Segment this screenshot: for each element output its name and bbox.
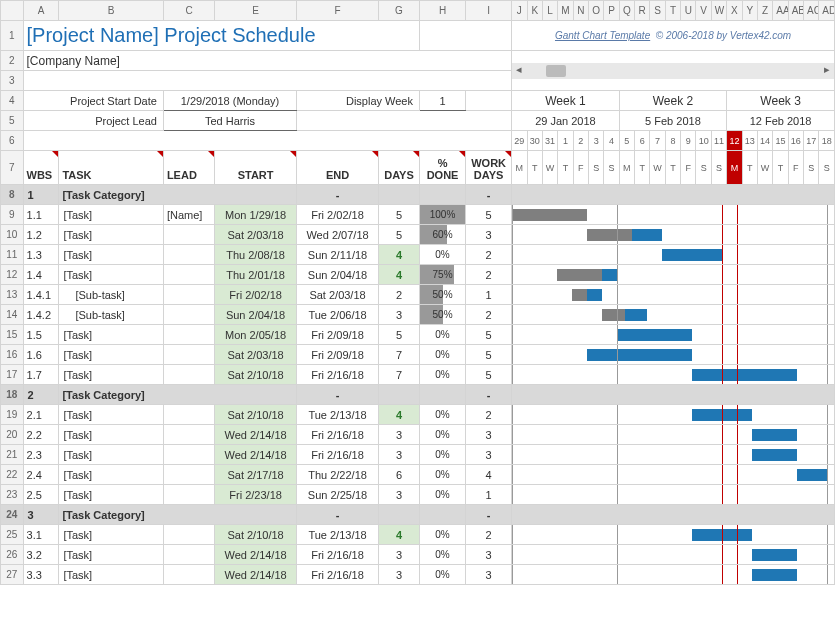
row-19[interactable]: 19 [1, 405, 24, 425]
col-G[interactable]: G [379, 1, 420, 21]
col-Z[interactable]: Z [757, 1, 772, 21]
lead-cell[interactable] [163, 485, 214, 505]
days-cell[interactable]: 4 [379, 405, 420, 425]
wbs-cell[interactable]: 1.3 [23, 245, 59, 265]
scrollbar-thumb[interactable] [546, 65, 566, 77]
wbs-cell[interactable]: 2.4 [23, 465, 59, 485]
project-lead-input[interactable]: Ted Harris [163, 111, 296, 131]
task-name[interactable]: [Task] [59, 465, 164, 485]
task-name[interactable]: [Task] [59, 365, 164, 385]
col-C[interactable]: C [163, 1, 214, 21]
lead-cell[interactable] [163, 565, 214, 585]
row-17[interactable]: 17 [1, 365, 24, 385]
task-row[interactable]: 232.5[Task]Fri 2/23/18Sun 2/25/1830%1 [1, 485, 835, 505]
end-date-cell[interactable]: Thu 2/22/18 [297, 465, 379, 485]
workdays-cell[interactable]: 1 [466, 485, 512, 505]
workdays-cell[interactable]: - [466, 385, 512, 405]
wbs-cell[interactable]: 2 [23, 385, 59, 405]
end-date-cell[interactable]: Fri 2/16/18 [297, 545, 379, 565]
workdays-cell[interactable]: 3 [466, 225, 512, 245]
display-week-input[interactable]: 1 [419, 91, 465, 111]
days-cell[interactable]: 7 [379, 365, 420, 385]
scroll-left-button[interactable]: ◂ [512, 63, 526, 79]
task-row[interactable]: 243[Task Category]-- [1, 505, 835, 525]
col-M[interactable]: M [558, 1, 573, 21]
lead-cell[interactable] [163, 545, 214, 565]
wbs-cell[interactable]: 1 [23, 185, 59, 205]
task-row[interactable]: 121.4[Task]Thu 2/01/18Sun 2/04/18475%2 [1, 265, 835, 285]
task-row[interactable]: 151.5[Task]Mon 2/05/18Fri 2/09/1850%5 [1, 325, 835, 345]
wbs-cell[interactable]: 1.4.1 [23, 285, 59, 305]
workdays-cell[interactable]: 2 [466, 405, 512, 425]
start-date-cell[interactable]: Mon 2/05/18 [215, 325, 297, 345]
wbs-cell[interactable]: 1.4 [23, 265, 59, 285]
pct-done-cell[interactable]: 0% [419, 245, 465, 265]
workdays-cell[interactable]: 5 [466, 345, 512, 365]
col-Y[interactable]: Y [742, 1, 757, 21]
lead-cell[interactable]: [Name] [163, 205, 214, 225]
row-11[interactable]: 11 [1, 245, 24, 265]
pct-done-cell[interactable]: 0% [419, 525, 465, 545]
workdays-cell[interactable]: 2 [466, 245, 512, 265]
start-date-cell[interactable]: Wed 2/14/18 [215, 445, 297, 465]
pct-done-cell[interactable]: 0% [419, 365, 465, 385]
lead-cell[interactable] [163, 225, 214, 245]
col-W[interactable]: W [711, 1, 726, 21]
pct-done-cell[interactable]: 75% [419, 265, 465, 285]
week-scrollbar[interactable] [526, 63, 820, 79]
task-name[interactable]: [Sub-task] [59, 285, 164, 305]
col-AC[interactable]: AC [804, 1, 819, 21]
lead-cell[interactable] [163, 265, 214, 285]
workdays-cell[interactable]: 3 [466, 545, 512, 565]
col-E[interactable]: E [215, 1, 297, 21]
row-7[interactable]: 7 [1, 151, 24, 185]
end-date-cell[interactable]: Fri 2/16/18 [297, 425, 379, 445]
row-26[interactable]: 26 [1, 545, 24, 565]
task-name[interactable]: [Task] [59, 265, 164, 285]
corner-cell[interactable] [1, 1, 24, 21]
days-cell[interactable]: 3 [379, 425, 420, 445]
pct-done-cell[interactable]: 0% [419, 425, 465, 445]
task-row[interactable]: 101.2[Task]Sat 2/03/18Wed 2/07/18560%3 [1, 225, 835, 245]
row-13[interactable]: 13 [1, 285, 24, 305]
row-25[interactable]: 25 [1, 525, 24, 545]
spreadsheet-grid[interactable]: A B C E F G H I J K L M N O P Q R S T U … [0, 0, 835, 585]
workdays-cell[interactable]: 5 [466, 325, 512, 345]
workdays-cell[interactable]: 3 [466, 445, 512, 465]
task-name[interactable]: [Task] [59, 205, 164, 225]
end-date-cell[interactable]: Wed 2/07/18 [297, 225, 379, 245]
workdays-cell[interactable]: 1 [466, 285, 512, 305]
start-date-cell[interactable]: Sun 2/04/18 [215, 305, 297, 325]
category-name[interactable]: [Task Category] [59, 505, 297, 525]
col-V[interactable]: V [696, 1, 711, 21]
task-row[interactable]: 91.1[Task][Name]Mon 1/29/18Fri 2/02/1851… [1, 205, 835, 225]
col-L[interactable]: L [542, 1, 557, 21]
row-21[interactable]: 21 [1, 445, 24, 465]
task-name[interactable]: [Task] [59, 245, 164, 265]
pct-done-cell[interactable]: 60% [419, 225, 465, 245]
task-row[interactable]: 263.2[Task]Wed 2/14/18Fri 2/16/1830%3 [1, 545, 835, 565]
task-name[interactable]: [Task] [59, 485, 164, 505]
task-name[interactable]: [Task] [59, 405, 164, 425]
days-cell[interactable]: 3 [379, 305, 420, 325]
wbs-cell[interactable]: 1.7 [23, 365, 59, 385]
workdays-cell[interactable]: 2 [466, 525, 512, 545]
task-row[interactable]: 222.4[Task]Sat 2/17/18Thu 2/22/1860%4 [1, 465, 835, 485]
days-cell[interactable]: 2 [379, 285, 420, 305]
project-start-input[interactable]: 1/29/2018 (Monday) [163, 91, 296, 111]
row-4[interactable]: 4 [1, 91, 24, 111]
pct-done-cell[interactable]: 0% [419, 405, 465, 425]
row-6[interactable]: 6 [1, 131, 24, 151]
start-date-cell[interactable]: Sat 2/03/18 [215, 345, 297, 365]
col-U[interactable]: U [681, 1, 696, 21]
pct-done-cell[interactable]: 0% [419, 445, 465, 465]
workdays-cell[interactable]: 2 [466, 265, 512, 285]
task-row[interactable]: 141.4.2[Sub-task]Sun 2/04/18Tue 2/06/183… [1, 305, 835, 325]
pct-done-cell[interactable]: 100% [419, 205, 465, 225]
wbs-cell[interactable]: 2.3 [23, 445, 59, 465]
task-name[interactable]: [Task] [59, 565, 164, 585]
pct-done-cell[interactable]: 0% [419, 465, 465, 485]
task-row[interactable]: 161.6[Task]Sat 2/03/18Fri 2/09/1870%5 [1, 345, 835, 365]
start-date-cell[interactable]: Sat 2/03/18 [215, 225, 297, 245]
end-date-cell[interactable]: Sat 2/03/18 [297, 285, 379, 305]
